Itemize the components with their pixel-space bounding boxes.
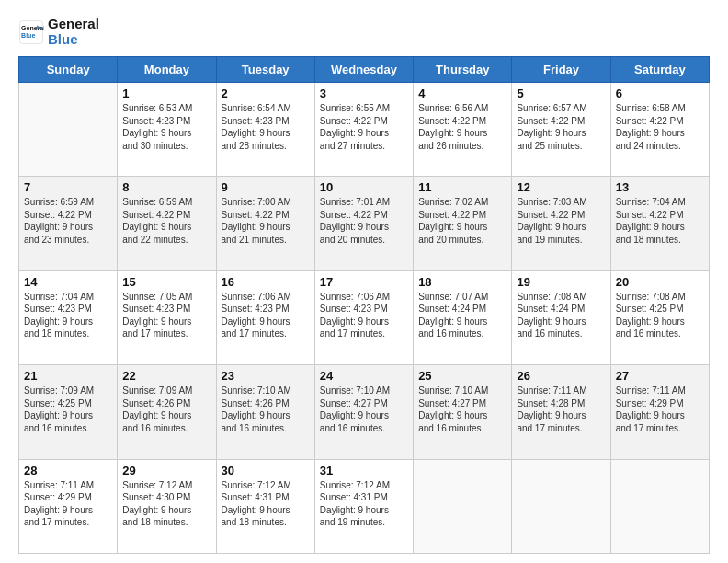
day-info: Sunrise: 7:10 AMSunset: 4:27 PMDaylight:…	[418, 385, 506, 434]
day-info: Sunrise: 7:08 AMSunset: 4:24 PMDaylight:…	[517, 291, 605, 340]
day-number: 24	[320, 369, 408, 383]
calendar-cell: 2Sunrise: 6:54 AMSunset: 4:23 PMDaylight…	[216, 83, 314, 177]
header: General Blue GeneralBlue	[18, 17, 710, 47]
day-info: Sunrise: 7:11 AMSunset: 4:28 PMDaylight:…	[517, 385, 605, 434]
day-number: 3	[320, 86, 408, 100]
col-header-wednesday: Wednesday	[314, 57, 413, 83]
day-number: 11	[418, 180, 506, 194]
day-info: Sunrise: 7:02 AMSunset: 4:22 PMDaylight:…	[418, 196, 506, 246]
day-number: 7	[24, 180, 112, 194]
day-info: Sunrise: 6:55 AMSunset: 4:22 PMDaylight:…	[320, 102, 408, 152]
day-number: 19	[517, 275, 605, 289]
calendar-cell: 3Sunrise: 6:55 AMSunset: 4:22 PMDaylight…	[314, 83, 413, 177]
day-info: Sunrise: 7:01 AMSunset: 4:22 PMDaylight:…	[320, 196, 408, 246]
day-info: Sunrise: 7:12 AMSunset: 4:31 PMDaylight:…	[222, 479, 310, 529]
day-info: Sunrise: 7:05 AMSunset: 4:23 PMDaylight:…	[122, 291, 210, 340]
day-number: 2	[222, 86, 310, 100]
calendar-cell	[19, 83, 118, 177]
col-header-monday: Monday	[118, 57, 216, 83]
calendar-cell: 30Sunrise: 7:12 AMSunset: 4:31 PMDayligh…	[216, 459, 314, 553]
day-number: 26	[517, 369, 605, 383]
col-header-thursday: Thursday	[414, 57, 512, 83]
day-number: 23	[222, 369, 310, 383]
day-info: Sunrise: 6:54 AMSunset: 4:23 PMDaylight:…	[222, 102, 310, 152]
page: General Blue GeneralBlue SundayMondayTue…	[0, 0, 728, 563]
calendar-cell: 15Sunrise: 7:05 AMSunset: 4:23 PMDayligh…	[118, 270, 216, 364]
day-info: Sunrise: 7:06 AMSunset: 4:23 PMDaylight:…	[320, 291, 408, 340]
day-number: 6	[616, 86, 704, 100]
calendar-cell: 28Sunrise: 7:11 AMSunset: 4:29 PMDayligh…	[19, 459, 118, 553]
day-info: Sunrise: 7:08 AMSunset: 4:25 PMDaylight:…	[616, 291, 704, 340]
day-info: Sunrise: 6:58 AMSunset: 4:22 PMDaylight:…	[616, 102, 704, 152]
col-header-sunday: Sunday	[19, 57, 118, 83]
day-number: 9	[222, 180, 310, 194]
col-header-saturday: Saturday	[610, 57, 709, 83]
day-info: Sunrise: 7:09 AMSunset: 4:25 PMDaylight:…	[24, 385, 112, 434]
calendar-cell: 19Sunrise: 7:08 AMSunset: 4:24 PMDayligh…	[512, 270, 610, 364]
calendar-cell: 7Sunrise: 6:59 AMSunset: 4:22 PMDaylight…	[19, 177, 118, 270]
calendar-cell: 8Sunrise: 6:59 AMSunset: 4:22 PMDaylight…	[118, 177, 216, 270]
day-number: 8	[122, 180, 210, 194]
calendar-cell	[610, 459, 709, 553]
day-info: Sunrise: 6:53 AMSunset: 4:23 PMDaylight:…	[122, 102, 210, 152]
calendar-cell: 14Sunrise: 7:04 AMSunset: 4:23 PMDayligh…	[19, 270, 118, 364]
day-info: Sunrise: 7:04 AMSunset: 4:22 PMDaylight:…	[616, 196, 704, 246]
day-info: Sunrise: 7:04 AMSunset: 4:23 PMDaylight:…	[24, 291, 112, 340]
day-info: Sunrise: 6:57 AMSunset: 4:22 PMDaylight:…	[517, 102, 605, 152]
day-number: 20	[616, 275, 704, 289]
day-number: 14	[24, 275, 112, 289]
day-info: Sunrise: 7:00 AMSunset: 4:22 PMDaylight:…	[222, 196, 310, 246]
calendar-cell	[512, 459, 610, 553]
calendar-cell: 4Sunrise: 6:56 AMSunset: 4:22 PMDaylight…	[414, 83, 512, 177]
day-number: 28	[24, 464, 112, 477]
day-number: 16	[222, 275, 310, 289]
day-info: Sunrise: 7:06 AMSunset: 4:23 PMDaylight:…	[222, 291, 310, 340]
day-number: 18	[418, 275, 506, 289]
col-header-tuesday: Tuesday	[216, 57, 314, 83]
day-info: Sunrise: 7:10 AMSunset: 4:26 PMDaylight:…	[222, 385, 310, 434]
calendar-cell: 11Sunrise: 7:02 AMSunset: 4:22 PMDayligh…	[414, 177, 512, 270]
day-number: 10	[320, 180, 408, 194]
day-number: 1	[122, 86, 210, 100]
day-info: Sunrise: 7:12 AMSunset: 4:31 PMDaylight:…	[320, 479, 408, 529]
day-info: Sunrise: 7:11 AMSunset: 4:29 PMDaylight:…	[24, 479, 112, 529]
day-number: 29	[122, 464, 210, 477]
day-number: 30	[222, 464, 310, 477]
day-info: Sunrise: 7:12 AMSunset: 4:30 PMDaylight:…	[122, 479, 210, 529]
calendar-cell: 10Sunrise: 7:01 AMSunset: 4:22 PMDayligh…	[314, 177, 413, 270]
logo-text: GeneralBlue	[48, 17, 99, 47]
day-number: 17	[320, 275, 408, 289]
calendar-cell: 18Sunrise: 7:07 AMSunset: 4:24 PMDayligh…	[414, 270, 512, 364]
calendar-cell	[414, 459, 512, 553]
day-number: 22	[122, 369, 210, 383]
calendar-cell: 25Sunrise: 7:10 AMSunset: 4:27 PMDayligh…	[414, 365, 512, 459]
calendar-cell: 6Sunrise: 6:58 AMSunset: 4:22 PMDaylight…	[610, 83, 709, 177]
calendar-cell: 24Sunrise: 7:10 AMSunset: 4:27 PMDayligh…	[314, 365, 413, 459]
day-info: Sunrise: 6:56 AMSunset: 4:22 PMDaylight:…	[418, 102, 506, 152]
calendar-cell: 9Sunrise: 7:00 AMSunset: 4:22 PMDaylight…	[216, 177, 314, 270]
calendar-cell: 29Sunrise: 7:12 AMSunset: 4:30 PMDayligh…	[118, 459, 216, 553]
calendar-cell: 20Sunrise: 7:08 AMSunset: 4:25 PMDayligh…	[610, 270, 709, 364]
calendar-table: SundayMondayTuesdayWednesdayThursdayFrid…	[18, 56, 710, 554]
calendar-cell: 21Sunrise: 7:09 AMSunset: 4:25 PMDayligh…	[19, 365, 118, 459]
calendar-cell: 31Sunrise: 7:12 AMSunset: 4:31 PMDayligh…	[314, 459, 413, 553]
calendar-cell: 5Sunrise: 6:57 AMSunset: 4:22 PMDaylight…	[512, 83, 610, 177]
day-info: Sunrise: 7:10 AMSunset: 4:27 PMDaylight:…	[320, 385, 408, 434]
calendar-cell: 22Sunrise: 7:09 AMSunset: 4:26 PMDayligh…	[118, 365, 216, 459]
day-number: 12	[517, 180, 605, 194]
day-info: Sunrise: 7:11 AMSunset: 4:29 PMDaylight:…	[616, 385, 704, 434]
day-info: Sunrise: 6:59 AMSunset: 4:22 PMDaylight:…	[24, 196, 112, 246]
day-number: 13	[616, 180, 704, 194]
day-number: 4	[418, 86, 506, 100]
day-number: 21	[24, 369, 112, 383]
day-info: Sunrise: 6:59 AMSunset: 4:22 PMDaylight:…	[122, 196, 210, 246]
calendar-cell: 23Sunrise: 7:10 AMSunset: 4:26 PMDayligh…	[216, 365, 314, 459]
day-info: Sunrise: 7:09 AMSunset: 4:26 PMDaylight:…	[122, 385, 210, 434]
calendar-cell: 16Sunrise: 7:06 AMSunset: 4:23 PMDayligh…	[216, 270, 314, 364]
calendar-cell: 13Sunrise: 7:04 AMSunset: 4:22 PMDayligh…	[610, 177, 709, 270]
svg-text:Blue: Blue	[21, 32, 35, 39]
calendar-cell: 27Sunrise: 7:11 AMSunset: 4:29 PMDayligh…	[610, 365, 709, 459]
day-info: Sunrise: 7:03 AMSunset: 4:22 PMDaylight:…	[517, 196, 605, 246]
day-number: 25	[418, 369, 506, 383]
day-number: 5	[517, 86, 605, 100]
